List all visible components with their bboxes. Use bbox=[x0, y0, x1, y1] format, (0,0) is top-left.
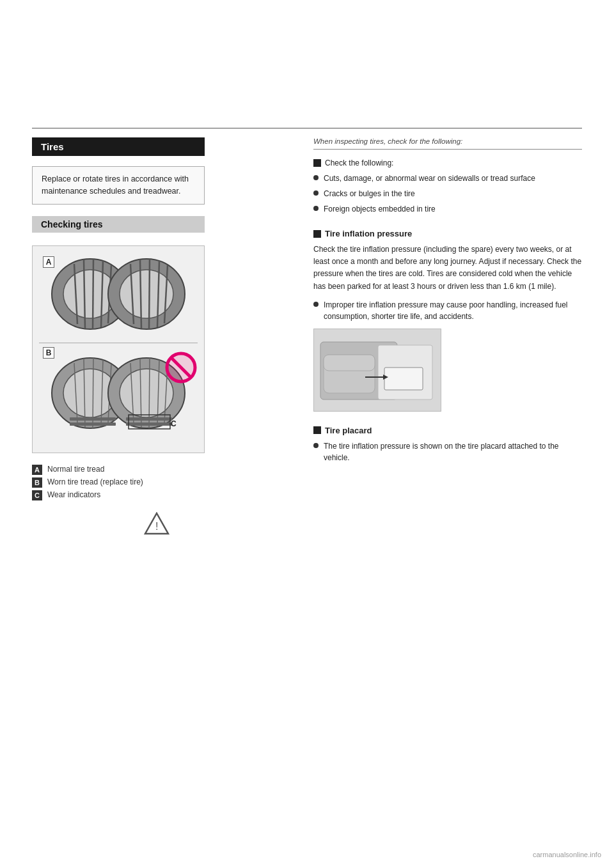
svg-rect-30 bbox=[126, 417, 172, 421]
section2-bullets: Improper tire inflation pressure may cau… bbox=[313, 299, 582, 322]
bullet-item-1: Cuts, damage, or abnormal wear on sidewa… bbox=[313, 173, 582, 184]
checking-tires-label: Checking tires bbox=[41, 219, 102, 229]
warning-triangle-icon: ! bbox=[144, 512, 169, 535]
svg-point-36 bbox=[167, 353, 195, 382]
tires-header-box: Tires bbox=[32, 137, 205, 156]
legend-text-a: Normal tire tread bbox=[47, 465, 104, 475]
car-image-placeholder bbox=[313, 329, 441, 412]
top-rule bbox=[32, 128, 582, 128]
diagram-label-b: B bbox=[43, 347, 54, 359]
note-text: Replace or rotate tires in accordance wi… bbox=[42, 174, 189, 196]
legend-row-b: B Worn tire tread (replace tire) bbox=[32, 477, 281, 488]
legend-row-c: C Wear indicators bbox=[32, 490, 281, 500]
bullet-text-s2-1: Improper tire inflation pressure may cau… bbox=[324, 299, 582, 322]
bullet-item-2: Cracks or bulges in the tire bbox=[313, 188, 582, 199]
tire-section-b: B bbox=[39, 343, 198, 446]
bullet-text-s3-1: The tire inflation pressure is shown on … bbox=[324, 440, 582, 463]
section3-marker bbox=[313, 426, 321, 434]
legend-text-b: Worn tire tread (replace tire) bbox=[47, 477, 143, 488]
section1-intro: Check the following: bbox=[325, 159, 393, 167]
bullet-item-s3-1: The tire inflation pressure is shown on … bbox=[313, 440, 582, 463]
page-container: Tires Replace or rotate tires in accorda… bbox=[0, 0, 614, 868]
bullet-dot-2 bbox=[313, 190, 319, 196]
bullet-dot-3 bbox=[313, 206, 319, 211]
legend-text-c: Wear indicators bbox=[47, 490, 100, 500]
bullet-dot-s2-1 bbox=[313, 302, 319, 307]
right-section-1: Check the following: Cuts, damage, or ab… bbox=[313, 159, 582, 215]
tire-section-a: A bbox=[39, 252, 198, 337]
car-door-svg bbox=[314, 329, 441, 412]
section2-marker bbox=[313, 230, 321, 238]
section3-bullets: The tire inflation pressure is shown on … bbox=[313, 440, 582, 463]
tire-diagram-inner: A bbox=[33, 246, 204, 453]
svg-rect-21 bbox=[70, 417, 116, 421]
legend-letter-b: B bbox=[32, 477, 42, 488]
section2-title: Tire inflation pressure bbox=[325, 229, 412, 238]
right-top-note: When inspecting tires, check for the fol… bbox=[313, 137, 582, 150]
tire-b-svg: C bbox=[39, 348, 198, 444]
svg-line-4 bbox=[93, 259, 93, 329]
bullet-item-s2-1: Improper tire inflation pressure may cau… bbox=[313, 299, 582, 322]
legend-row-a: A Normal tire tread bbox=[32, 465, 281, 475]
section1-bullets: Cuts, damage, or abnormal wear on sidewa… bbox=[313, 173, 582, 215]
bullet-item-3: Foreign objects embedded in tire bbox=[313, 203, 582, 215]
right-section-3: Tire placard The tire inflation pressure… bbox=[313, 426, 582, 463]
right-section-2: Tire inflation pressure Check the tire i… bbox=[313, 229, 582, 412]
svg-rect-22 bbox=[70, 422, 116, 426]
svg-rect-31 bbox=[126, 422, 172, 426]
svg-line-11 bbox=[149, 259, 150, 329]
svg-text:C: C bbox=[171, 419, 177, 428]
section3-title: Tire placard bbox=[325, 426, 372, 435]
legend-labels: A Normal tire tread B Worn tire tread (r… bbox=[32, 465, 281, 500]
bullet-text-3: Foreign objects embedded in tire bbox=[324, 203, 436, 215]
warning-triangle-container: ! bbox=[32, 512, 281, 535]
svg-rect-44 bbox=[384, 368, 423, 390]
bullet-dot-s3-1 bbox=[313, 443, 319, 448]
svg-rect-42 bbox=[324, 355, 375, 371]
legend-letter-c: C bbox=[32, 490, 42, 500]
section1-marker bbox=[313, 159, 321, 167]
note-box: Replace or rotate tires in accordance wi… bbox=[32, 166, 205, 205]
left-column: Tires Replace or rotate tires in accorda… bbox=[32, 137, 281, 535]
bullet-dot-1 bbox=[313, 175, 319, 180]
svg-text:!: ! bbox=[155, 521, 158, 532]
bullet-text-1: Cuts, damage, or abnormal wear on sidewa… bbox=[324, 173, 535, 184]
section2-body: Check the tire inflation pressure (inclu… bbox=[313, 244, 582, 293]
footer-watermark: carmanualsonline.info bbox=[533, 851, 601, 858]
diagram-label-a: A bbox=[43, 256, 54, 268]
bullet-text-2: Cracks or bulges in the tire bbox=[324, 188, 415, 199]
checking-tires-box: Checking tires bbox=[32, 216, 205, 233]
tire-a-svg bbox=[39, 252, 198, 336]
watermark-text: carmanualsonline.info bbox=[533, 851, 601, 858]
tire-diagram: A bbox=[32, 245, 205, 453]
right-top-note-text: When inspecting tires, check for the fol… bbox=[313, 137, 462, 145]
tires-header-label: Tires bbox=[41, 141, 64, 152]
right-column: When inspecting tires, check for the fol… bbox=[313, 137, 582, 477]
legend-letter-a: A bbox=[32, 465, 42, 475]
